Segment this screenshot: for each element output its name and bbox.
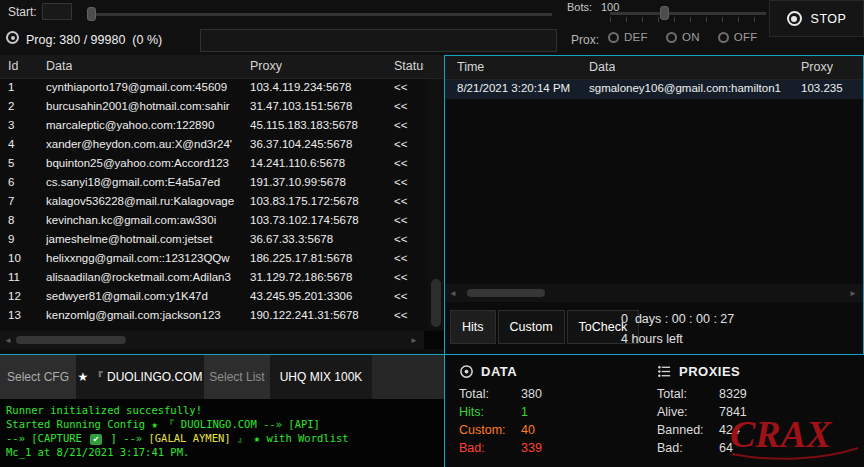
select-list-button[interactable]: Select List — [204, 355, 270, 399]
prox-option-label: DEF — [624, 31, 648, 43]
stat-label: Total: — [657, 387, 719, 401]
cell-status: << — [394, 157, 424, 169]
table-row[interactable]: 13kenzomlg@gmail.com:jackson123190.122.2… — [0, 307, 428, 326]
stat-label: Bad: — [459, 441, 521, 455]
cell-status: << — [394, 138, 424, 150]
scrollbar-thumb[interactable] — [431, 279, 441, 327]
cell-id: 3 — [8, 119, 40, 131]
cell-data: cynthiaporto179@gmail.com:45609 — [46, 81, 244, 93]
bots-slider[interactable] — [610, 12, 766, 15]
table-row[interactable]: 7kalagov536228@mail.ru:Kalagovage103.83.… — [0, 193, 428, 212]
col-data[interactable]: Data — [589, 60, 615, 74]
scrollbar-thumb[interactable] — [16, 336, 126, 344]
stat-value: 40 — [521, 423, 535, 437]
cell-data: sgmaloney106@gmail.com:hamilton1 — [589, 82, 795, 94]
table-row[interactable]: 8kevinchan.kc@gmail.com:aw330i103.73.102… — [0, 212, 428, 231]
scroll-right-icon[interactable]: ► — [849, 289, 857, 298]
cell-data: burcusahin2001@hotmail.com:sahir — [46, 100, 244, 112]
cell-proxy: 14.241.110.6:5678 — [250, 157, 388, 169]
cell-status: << — [394, 233, 424, 245]
cell-id: 1 — [8, 81, 40, 93]
cell-id: 7 — [8, 195, 40, 207]
right-table-body[interactable]: 8/21/2021 3:20:14 PMsgmaloney106@gmail.c… — [445, 80, 863, 280]
start-slider-thumb[interactable] — [87, 7, 96, 21]
console-text: 』 ★ with Wordlist — [231, 432, 349, 444]
table-row[interactable]: 3marcaleptic@yahoo.com:12289045.115.183.… — [0, 117, 428, 136]
config-name[interactable]: ★ 『 DUOLINGO.COM — [76, 355, 204, 399]
left-horizontal-scrollbar[interactable]: ◄ ► — [0, 331, 424, 349]
data-stats-header: DATA — [459, 363, 542, 379]
scroll-left-icon[interactable]: ◄ — [4, 336, 12, 345]
stat-label: Alive: — [657, 405, 719, 419]
stop-button[interactable]: STOP — [769, 0, 864, 37]
cell-status: << — [394, 176, 424, 188]
console-line: Started Running Config ★ 『 DUOLINGO.COM … — [6, 417, 438, 431]
start-input[interactable] — [42, 3, 72, 20]
select-config-button[interactable]: Select CFG — [0, 355, 76, 399]
stat-row: Custom:40 — [459, 421, 542, 439]
left-table-body[interactable]: 1cynthiaporto179@gmail.com:45609103.4.11… — [0, 79, 428, 329]
col-proxy[interactable]: Proxy — [250, 59, 282, 73]
table-row[interactable]: 10helixxngg@gmail.com::123123QQw186.225.… — [0, 250, 428, 269]
cell-proxy: 45.115.183.183:5678 — [250, 119, 388, 131]
col-data[interactable]: Data — [46, 59, 72, 73]
cell-status: << — [394, 252, 424, 264]
cell-proxy: 36.37.104.245:5678 — [250, 138, 388, 150]
col-id[interactable]: Id — [8, 59, 18, 73]
prox-option-on[interactable]: ON — [666, 31, 700, 43]
proxy-stats-title: PROXIES — [679, 364, 740, 379]
left-table-header: Id Data Proxy Status — [0, 55, 444, 79]
start-slider[interactable] — [88, 13, 552, 16]
table-row[interactable]: 11alisaadilan@rocketmail.com:Adilan331.1… — [0, 269, 428, 288]
scroll-left-icon[interactable]: ◄ — [449, 289, 457, 298]
cell-data: alisaadilan@rocketmail.com:Adilan3 — [46, 271, 244, 283]
data-donut-icon — [459, 364, 474, 379]
console-line: --» [CAPTURE ✔ ] --» [GALAL AYMEN] 』 ★ w… — [6, 431, 438, 445]
right-horizontal-scrollbar[interactable]: ◄ ► — [445, 284, 863, 302]
left-vertical-scrollbar[interactable] — [428, 79, 444, 329]
stat-label: Custom: — [459, 423, 521, 437]
bots-slider-thumb[interactable] — [660, 6, 669, 20]
prox-option-off[interactable]: OFF — [718, 31, 758, 43]
table-row[interactable]: 9jameshelme@hotmail.com:jetset36.67.33.3… — [0, 231, 428, 250]
hit-row[interactable]: 8/21/2021 3:20:14 PMsgmaloney106@gmail.c… — [445, 80, 863, 99]
stat-row: Bad:339 — [459, 439, 542, 457]
col-proxy[interactable]: Proxy — [801, 60, 833, 74]
wordlist-name[interactable]: UHQ MIX 100K — [270, 355, 372, 399]
time-remaining: 4 hours left — [621, 332, 683, 346]
table-row[interactable]: 4xander@heydon.com.au:X@nd3r24'36.37.104… — [0, 136, 428, 155]
table-row[interactable]: 5bquinton25@yahoo.com:Accord12314.241.11… — [0, 155, 428, 174]
scrollbar-thumb[interactable] — [467, 289, 545, 297]
cell-data: sedwyer81@gmail.com:y1K47d — [46, 290, 244, 302]
stat-row: Total:380 — [459, 385, 542, 403]
stat-label: Total: — [459, 387, 521, 401]
data-table-panel: Id Data Proxy Status 1cynthiaporto179@gm… — [0, 55, 444, 355]
table-row[interactable]: 6cs.sanyi18@gmail.com:E4a5a7ed191.37.10.… — [0, 174, 428, 193]
table-row[interactable]: 1cynthiaporto179@gmail.com:45609103.4.11… — [0, 79, 428, 98]
filter-input[interactable] — [200, 29, 557, 52]
cell-id: 4 — [8, 138, 40, 150]
prox-option-def[interactable]: DEF — [608, 31, 648, 43]
cell-proxy: 191.37.10.99:5678 — [250, 176, 388, 188]
cell-data: helixxngg@gmail.com::123123QQw — [46, 252, 244, 264]
cell-proxy: 31.129.72.186:5678 — [250, 271, 388, 283]
console-line: Runner initialized succesfully! — [6, 403, 438, 417]
tab-custom[interactable]: Custom — [498, 310, 565, 344]
cell-proxy: 103.235 — [801, 82, 859, 94]
table-row[interactable]: 2burcusahin2001@hotmail.com:sahir31.47.1… — [0, 98, 428, 117]
cell-data: cs.sanyi18@gmail.com:E4a5a7ed — [46, 176, 244, 188]
tab-hits[interactable]: Hits — [450, 310, 496, 344]
results-tabs: HitsCustomToCheck — [450, 310, 639, 344]
crax-logo: CRAX — [722, 401, 862, 467]
col-status[interactable]: Status — [394, 59, 424, 73]
prox-option-label: ON — [682, 31, 700, 43]
console-text: --» [CAPTURE — [6, 432, 88, 444]
console-text: Runner initialized succesfully! — [6, 404, 202, 416]
cell-proxy: 43.245.95.201:3306 — [250, 290, 388, 302]
console-log[interactable]: Runner initialized succesfully!Started R… — [0, 399, 444, 467]
scroll-right-icon[interactable]: ► — [410, 336, 418, 345]
cell-status: << — [394, 81, 424, 93]
runner-radio-icon[interactable] — [6, 31, 19, 44]
table-row[interactable]: 12sedwyer81@gmail.com:y1K47d43.245.95.20… — [0, 288, 428, 307]
col-time[interactable]: Time — [457, 60, 484, 74]
